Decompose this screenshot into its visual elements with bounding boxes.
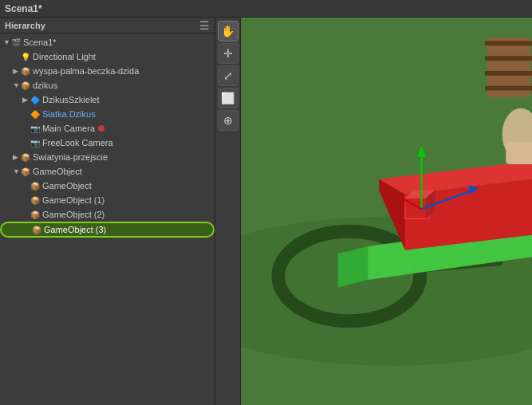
label-gameobject-parent: GameObject [33, 167, 82, 176]
transform-tool-button[interactable]: ⊕ [218, 110, 238, 131]
tree-item-wyspa[interactable]: 📦 wyspa-palma-beczka-dzida [0, 64, 215, 78]
tree-item-gameobject-2[interactable]: 📦 GameObject (2) [0, 207, 215, 222]
svg-rect-21 [485, 86, 532, 91]
icon-siatka-dzikus: 🔶 [30, 110, 40, 119]
label-gameobject-3: GameObject (3) [44, 225, 106, 234]
label-main-camera: Main Camera [42, 124, 95, 133]
arrow-scena1 [3, 38, 11, 46]
icon-gameobject-3: 📦 [32, 226, 41, 234]
icon-dzikus-szkielet: 🔷 [30, 96, 40, 104]
scene-svg [241, 18, 532, 405]
hierarchy-tree: 🎬 Scena1* 💡 Directional Light 📦 wyspa-pa… [0, 33, 215, 405]
hierarchy-title: Hierarchy [5, 21, 45, 30]
tree-item-gameobject-child[interactable]: 📦 GameObject [0, 179, 215, 193]
label-gameobject-2: GameObject (2) [42, 210, 104, 219]
tree-item-freelook-camera[interactable]: 📷 FreeLook Camera [0, 136, 215, 150]
label-freelook-camera: FreeLook Camera [42, 138, 113, 147]
scale-tool-button[interactable]: ⤢ [218, 65, 238, 86]
icon-gameobject-parent: 📦 [21, 167, 30, 176]
icon-wyspa: 📦 [21, 67, 30, 76]
tree-item-swiatynia[interactable]: 📦 Swiatynia-przejscie [0, 150, 215, 164]
scene-toolbar: ✋ ✛ ⤢ ⬜ ⊕ [215, 18, 241, 405]
move-tool-button[interactable]: ✛ [218, 43, 238, 64]
main-container: Scena1* Hierarchy ☰ 🎬 Scena1* 💡 [0, 0, 532, 405]
label-scena1: Scena1* [23, 37, 57, 47]
label-gameobject-1: GameObject (1) [42, 195, 104, 205]
hierarchy-menu-button[interactable]: ☰ [199, 20, 210, 31]
arrow-swiatynia [13, 153, 21, 161]
scene-viewport[interactable] [241, 18, 532, 405]
tree-item-main-camera[interactable]: 📷 Main Camera [0, 121, 215, 136]
icon-gameobject-child: 📦 [30, 182, 40, 191]
icon-dzikus: 📦 [21, 81, 30, 90]
tree-item-directional-light[interactable]: 💡 Directional Light [0, 49, 215, 64]
tree-item-dzikus-szkielet[interactable]: 🔷 DzikusSzkielet [0, 92, 215, 107]
hierarchy-panel: Hierarchy ☰ 🎬 Scena1* 💡 Directional Ligh… [0, 18, 215, 405]
scene-area: ✋ ✛ ⤢ ⬜ ⊕ [215, 18, 532, 405]
hand-tool-button[interactable]: ✋ [218, 21, 238, 41]
arrow-gameobject-parent [13, 167, 21, 175]
rect-tool-button[interactable]: ⬜ [218, 88, 238, 108]
icon-freelook-camera: 📷 [30, 139, 40, 147]
hierarchy-header: Hierarchy ☰ [0, 18, 215, 33]
arrow-dzikus [13, 81, 21, 89]
svg-rect-23 [506, 142, 532, 164]
icon-directional-light: 💡 [21, 53, 30, 61]
label-directional-light: Directional Light [33, 52, 96, 61]
icon-swiatynia: 📦 [21, 153, 30, 162]
tree-item-gameobject-parent[interactable]: 📦 GameObject [0, 164, 215, 179]
tree-item-scena1[interactable]: 🎬 Scena1* [0, 35, 215, 49]
icon-gameobject-2: 📦 [30, 210, 40, 219]
label-siatka-dzikus: Siatka.Dzikus [42, 109, 96, 119]
svg-rect-18 [485, 41, 532, 46]
label-swiatynia: Swiatynia-przejscie [33, 152, 108, 162]
label-gameobject-child: GameObject [42, 181, 92, 191]
top-bar: Scena1* [0, 0, 532, 18]
window-title: Scena1* [5, 3, 42, 14]
tree-item-gameobject-1[interactable]: 📦 GameObject (1) [0, 193, 215, 207]
icon-gameobject-1: 📦 [30, 196, 40, 205]
label-wyspa: wyspa-palma-beczka-dzida [33, 66, 139, 76]
arrow-wyspa [13, 67, 21, 75]
icon-main-camera: 📷 [30, 124, 40, 133]
tree-item-gameobject-3[interactable]: 📦 GameObject (3) [0, 222, 215, 238]
main-camera-red-badge [98, 125, 104, 132]
tree-item-siatka-dzikus[interactable]: 🔶 Siatka.Dzikus [0, 107, 215, 121]
label-dzikus-szkielet: DzikusSzkielet [42, 95, 100, 104]
icon-scena1: 🎬 [11, 38, 21, 47]
label-dzikus: dzikus [33, 81, 57, 90]
arrow-dzikus-szkielet [22, 96, 30, 104]
content-area: Hierarchy ☰ 🎬 Scena1* 💡 Directional Ligh… [0, 18, 532, 405]
svg-rect-19 [485, 56, 532, 61]
svg-rect-20 [485, 71, 532, 76]
tree-item-dzikus[interactable]: 📦 dzikus [0, 78, 215, 92]
